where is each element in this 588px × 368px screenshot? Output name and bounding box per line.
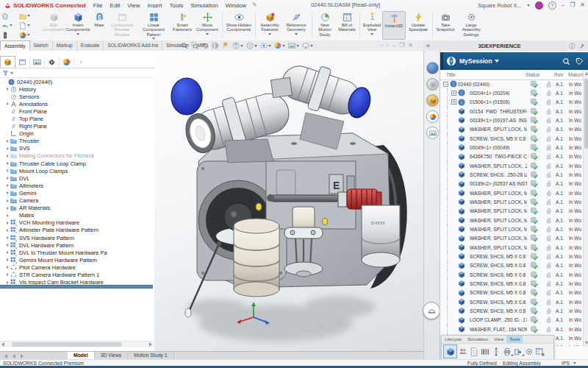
lifecycle-status-button[interactable] bbox=[1, 32, 19, 39]
unlocked-icon[interactable] bbox=[545, 180, 552, 187]
scroll-right-icon[interactable] bbox=[149, 342, 152, 347]
restore-button[interactable]: ❐ bbox=[570, 1, 575, 9]
tab-assembly[interactable]: Assembly bbox=[0, 40, 30, 51]
scene-icon[interactable] bbox=[426, 127, 439, 139]
tree-item-gemini[interactable]: Gemini bbox=[0, 189, 154, 197]
search-icon[interactable] bbox=[562, 57, 570, 66]
blue-endcap-left[interactable] bbox=[171, 78, 202, 115]
tree-item-str-camera-hardware-pattern-1[interactable]: STR Camera Hardware Pattern 1 bbox=[0, 271, 154, 278]
expand-arrow-icon[interactable] bbox=[4, 258, 10, 261]
unlocked-icon[interactable] bbox=[545, 235, 552, 241]
dimxpertmanager-tab[interactable] bbox=[45, 57, 60, 68]
dropdown-caret-icon[interactable] bbox=[296, 45, 299, 47]
view-orientation-icon[interactable] bbox=[232, 42, 244, 49]
tree-item-top-plane[interactable]: Top Plane bbox=[0, 115, 154, 122]
scrollbar-thumb[interactable] bbox=[584, 79, 588, 149]
dropdown-caret-icon[interactable] bbox=[240, 45, 243, 47]
tree-item-camera[interactable]: Camera bbox=[0, 197, 154, 205]
print-icon[interactable] bbox=[502, 345, 512, 358]
panel-row[interactable]: SCREW, SHCS, M5 X 0.8 MM TH...A.1In Work bbox=[440, 134, 583, 143]
tree-item-altimeters[interactable]: Altimeters bbox=[0, 182, 154, 189]
tree-item-dvl-to-thruster-mount-hardware-pa[interactable]: DVL to Thruster Mount Hardware Pa bbox=[0, 249, 154, 256]
panel-row[interactable]: WASHER, SPLIT LOCK, M5 SCR...A.1In Work bbox=[440, 224, 583, 233]
expand-arrow-icon[interactable] bbox=[4, 229, 10, 232]
tab-evaluate[interactable]: Evaluate bbox=[77, 40, 104, 51]
minimize-button[interactable]: – bbox=[562, 1, 564, 9]
doc-restore-icon[interactable]: ▫ bbox=[381, 41, 383, 50]
panel-row[interactable]: −02440 (02440)A.1In Work bbox=[440, 79, 583, 88]
menu-edit[interactable]: Edit bbox=[110, 2, 121, 9]
unlocked-icon[interactable] bbox=[545, 90, 552, 96]
menu-simulation[interactable]: Simulation bbox=[190, 2, 218, 9]
configurationmanager-tab[interactable] bbox=[30, 57, 45, 68]
account-chevron-icon[interactable] bbox=[527, 4, 530, 7]
panel-row[interactable]: LOOP CLAMP, .250 ID, .172 DIA...A.1In Wo… bbox=[440, 316, 583, 325]
barcode-icon[interactable] bbox=[480, 345, 490, 358]
help-button[interactable]: ? bbox=[548, 1, 556, 10]
panel-row[interactable]: +00204<1> (00204)A.1In Work bbox=[440, 88, 583, 97]
doc-cascade-icon[interactable]: ▫ bbox=[387, 41, 389, 50]
tree-item-vch-mounting-hardware[interactable]: VCH Mounting Hardware bbox=[0, 219, 154, 227]
panel-expand-arrow[interactable]: › bbox=[80, 59, 82, 66]
ribbon-button-large-assembly-settings[interactable]: Large Assembly Settings bbox=[456, 11, 486, 40]
filter-dropdown-icon[interactable] bbox=[10, 72, 13, 74]
column-maturity[interactable]: Maturity bbox=[568, 72, 583, 77]
tag-icon[interactable] bbox=[576, 57, 584, 66]
tab-markup[interactable]: Markup bbox=[53, 40, 77, 51]
expand-box-icon[interactable]: + bbox=[451, 91, 456, 96]
panel-row[interactable]: 00189<2> (02537 AS INSTALLED)A.1In Work bbox=[440, 180, 583, 188]
ribbon-button-bill-of-materials[interactable]: Bill of Materials bbox=[336, 11, 358, 40]
properties-gear-icon[interactable] bbox=[426, 78, 439, 91]
unlocked-icon[interactable] bbox=[545, 144, 552, 151]
view-settings-icon[interactable] bbox=[301, 42, 314, 49]
propertymanager-tab[interactable] bbox=[15, 57, 30, 68]
dropdown-caret-icon[interactable] bbox=[254, 45, 257, 47]
menu-insert[interactable]: Insert bbox=[148, 2, 162, 9]
unlocked-icon[interactable] bbox=[545, 108, 552, 115]
tree-item-thruster[interactable]: Thruster bbox=[0, 138, 154, 145]
ribbon-button-linear-component-pattern[interactable]: Linear Component Pattern bbox=[137, 11, 171, 40]
panel-row[interactable]: SCREW, SHCS, M5 X 0.8 MM TH...A.1In Work bbox=[440, 279, 583, 288]
scrollbar-thumb[interactable] bbox=[12, 342, 122, 347]
unlocked-icon[interactable] bbox=[545, 262, 552, 269]
tree-item-annotations[interactable]: Annotations bbox=[0, 100, 154, 107]
session-title[interactable]: MySession bbox=[459, 57, 492, 65]
unlocked-icon[interactable] bbox=[545, 316, 552, 323]
panel-row[interactable]: SCREW, SHCS, M5 X 0.8 MM TH...A.1In Work bbox=[440, 306, 583, 315]
panel-row[interactable]: WASHER, SPLIT LOCK, M5 SCR...A.1In Work bbox=[440, 188, 583, 197]
pin-menu-icon[interactable]: ✎ bbox=[252, 1, 257, 9]
expand-arrow-icon[interactable] bbox=[4, 147, 10, 150]
expand-arrow-icon[interactable] bbox=[4, 222, 10, 224]
ribbed-canister[interactable] bbox=[234, 219, 279, 297]
tree-item-history[interactable]: History bbox=[0, 85, 154, 93]
expand-arrow-icon[interactable] bbox=[4, 236, 10, 239]
ribbon-button-update-speedpak[interactable]: Update Speedpak bbox=[406, 11, 431, 40]
unlocked-icon[interactable] bbox=[545, 244, 552, 251]
unlocked-icon[interactable] bbox=[545, 272, 552, 278]
assistant-button[interactable] bbox=[423, 302, 440, 319]
appearance-wheel-icon[interactable] bbox=[426, 110, 439, 123]
ribbon-button-smart-fasteners[interactable]: Smart Fasteners bbox=[171, 11, 194, 40]
expand-arrow-icon[interactable] bbox=[4, 207, 10, 210]
status-units[interactable]: IPS bbox=[562, 361, 570, 366]
panel-vertical-scrollbar[interactable] bbox=[583, 70, 588, 347]
expand-arrow-icon[interactable] bbox=[4, 184, 10, 187]
dropdown-caret-icon[interactable] bbox=[282, 45, 285, 47]
tree-item-dvl[interactable]: DVL bbox=[0, 174, 154, 182]
export-icon[interactable] bbox=[513, 345, 523, 358]
dropdown-caret-icon[interactable] bbox=[268, 33, 271, 35]
unlocked-icon[interactable] bbox=[545, 163, 552, 169]
panel-row[interactable]: SCREW, SHCS, M5 X 0.8 MM TH...A.1In Work bbox=[440, 252, 583, 261]
collaborate-icon[interactable] bbox=[458, 345, 468, 358]
expand-arrow-icon[interactable] bbox=[4, 169, 10, 172]
measure-icon[interactable] bbox=[491, 345, 501, 358]
ribbon-button-take-snapshot[interactable]: Take Snapshot bbox=[434, 11, 456, 40]
menu-file[interactable]: File bbox=[93, 2, 103, 9]
expand-arrow-icon[interactable] bbox=[4, 177, 10, 180]
tab-solidworks-add-ins[interactable]: SOLIDWORKS Add-Ins bbox=[104, 40, 162, 51]
unlocked-icon[interactable] bbox=[545, 99, 552, 105]
dropdown-caret-icon[interactable] bbox=[295, 33, 298, 35]
avatar[interactable] bbox=[535, 1, 543, 10]
unlocked-icon[interactable] bbox=[545, 299, 552, 305]
panel-row[interactable]: WASHER, SPLIT LOCK, M5 SCR...A.1In Work bbox=[440, 216, 583, 224]
